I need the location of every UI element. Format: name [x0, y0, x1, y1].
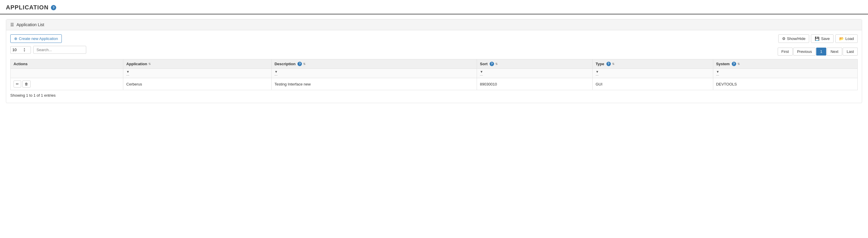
application-sort-icon: ⇅	[148, 62, 151, 66]
search-input[interactable]	[33, 46, 86, 54]
current-page-button[interactable]: 1	[816, 47, 826, 56]
sort-sort-icon: ⇅	[495, 62, 498, 66]
filter-application-line: ---	[126, 73, 268, 77]
cell-description: Testing Interface new	[271, 78, 477, 90]
table-filter-row: ▼ --- ▼ --- ▼ --- ▼ ---	[10, 69, 858, 78]
edit-button[interactable]: ✏	[13, 80, 21, 88]
create-plus-icon: ⊕	[14, 36, 18, 41]
save-label: Save	[821, 36, 830, 41]
pagination: First Previous 1 Next Last	[778, 47, 858, 56]
showing-text: Showing 1 to 1 of 1 entries	[10, 90, 858, 99]
col-header-application[interactable]: Application ⇅	[123, 59, 272, 69]
col-actions-label: Actions	[13, 62, 28, 66]
filter-application-icon[interactable]: ▼	[126, 70, 268, 73]
previous-page-button[interactable]: Previous	[793, 47, 816, 56]
delete-button[interactable]: 🗑	[22, 80, 31, 88]
search-row: 10 ▲ ▼	[10, 46, 86, 54]
search-pagination-row: 10 ▲ ▼ First Previous 1 Next Last	[10, 46, 858, 57]
first-page-button[interactable]: First	[778, 47, 793, 56]
col-header-actions: Actions	[10, 59, 123, 69]
filter-sort-line: ---	[480, 73, 589, 77]
description-help-icon[interactable]: ?	[298, 62, 302, 66]
per-page-input[interactable]: 10	[12, 47, 23, 52]
filter-description-icon[interactable]: ▼	[275, 70, 474, 73]
load-label: Load	[845, 36, 854, 41]
save-icon: 💾	[815, 36, 819, 41]
load-icon: 📂	[839, 36, 844, 41]
panel-title: Application List	[17, 22, 44, 27]
spinner-buttons: ▲ ▼	[23, 47, 26, 52]
sort-help-icon[interactable]: ?	[490, 62, 494, 66]
show-hide-label: Show/Hide	[787, 36, 806, 41]
filter-actions	[10, 69, 123, 78]
show-hide-button[interactable]: ⚙ Show/Hide	[778, 34, 809, 43]
col-header-type[interactable]: Type ? ⇅	[593, 59, 713, 69]
panel-body: ⊕ Create new Application ⚙ Show/Hide 💾 S…	[6, 30, 862, 103]
type-sort-icon: ⇅	[612, 62, 614, 66]
filter-sort-icon[interactable]: ▼	[480, 70, 589, 73]
col-description-label: Description	[275, 62, 296, 66]
filter-type-line: ---	[595, 73, 710, 77]
cell-application: Cerberus	[123, 78, 272, 90]
create-application-label: Create new Application	[19, 36, 58, 41]
table-row: ✏ 🗑 CerberusTesting Interface new8903001…	[10, 78, 858, 90]
spinner-down[interactable]: ▼	[23, 50, 26, 52]
next-page-button[interactable]: Next	[827, 47, 842, 56]
cell-system: DEVTOOLS	[713, 78, 858, 90]
col-application-label: Application	[126, 62, 147, 66]
filter-application: ▼ ---	[123, 69, 272, 78]
filter-sort: ▼ ---	[477, 69, 593, 78]
table-header-row: Actions Application ⇅ Description ?	[10, 59, 858, 69]
content-area: ☰ Application List ⊕ Create new Applicat…	[0, 14, 868, 108]
col-header-description[interactable]: Description ? ⇅	[271, 59, 477, 69]
toolbar-left: ⊕ Create new Application	[10, 34, 62, 43]
data-table: Actions Application ⇅ Description ?	[10, 59, 858, 90]
toolbar-row: ⊕ Create new Application ⚙ Show/Hide 💾 S…	[10, 34, 858, 43]
page-title: APPLICATION	[6, 4, 49, 11]
last-page-button[interactable]: Last	[843, 47, 858, 56]
save-button[interactable]: 💾 Save	[811, 34, 834, 43]
application-panel: ☰ Application List ⊕ Create new Applicat…	[6, 19, 862, 103]
col-type-label: Type	[595, 62, 604, 66]
filter-system: ▼ ---	[713, 69, 858, 78]
filter-system-icon[interactable]: ▼	[716, 70, 855, 73]
filter-type-icon[interactable]: ▼	[595, 70, 710, 73]
filter-system-line: ---	[716, 73, 855, 77]
system-help-icon[interactable]: ?	[732, 62, 736, 66]
table-body: ✏ 🗑 CerberusTesting Interface new8903001…	[10, 78, 858, 90]
header-help-icon[interactable]: ?	[51, 5, 56, 10]
col-header-system[interactable]: System ? ⇅	[713, 59, 858, 69]
filter-description: ▼ ---	[271, 69, 477, 78]
toolbar-right: ⚙ Show/Hide 💾 Save 📂 Load	[778, 34, 858, 43]
create-application-button[interactable]: ⊕ Create new Application	[10, 34, 62, 43]
page-header: APPLICATION ?	[0, 0, 868, 14]
type-help-icon[interactable]: ?	[607, 62, 611, 66]
filter-type: ▼ ---	[593, 69, 713, 78]
system-sort-icon: ⇅	[737, 62, 740, 66]
list-icon: ☰	[10, 22, 14, 27]
load-button[interactable]: 📂 Load	[835, 34, 858, 43]
panel-header: ☰ Application List	[6, 20, 862, 30]
col-sort-label: Sort	[480, 62, 488, 66]
col-system-label: System	[716, 62, 730, 66]
gear-icon: ⚙	[782, 36, 785, 41]
cell-actions: ✏ 🗑	[10, 78, 123, 90]
cell-type: GUI	[593, 78, 713, 90]
filter-description-line: ---	[275, 73, 474, 77]
col-header-sort[interactable]: Sort ? ⇅	[477, 59, 593, 69]
cell-sort: 89030010	[477, 78, 593, 90]
description-sort-icon: ⇅	[303, 62, 305, 66]
per-page-select[interactable]: 10 ▲ ▼	[10, 46, 31, 54]
